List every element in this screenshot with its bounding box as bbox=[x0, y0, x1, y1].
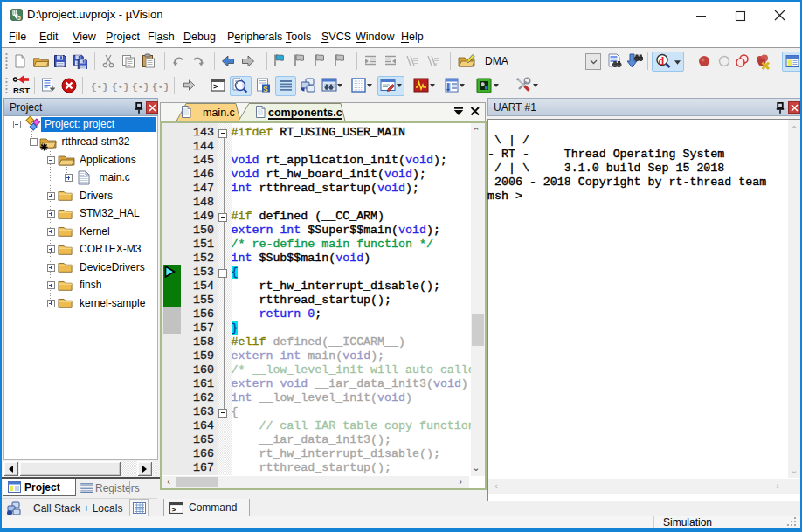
svg-text:RST: RST bbox=[13, 86, 30, 95]
svg-text:>: > bbox=[172, 506, 176, 514]
svg-text:main.c: main.c bbox=[203, 107, 235, 119]
svg-text:components.c: components.c bbox=[268, 107, 342, 119]
svg-text:x: x bbox=[434, 61, 438, 67]
svg-text:S: S bbox=[263, 85, 268, 93]
svg-text:d: d bbox=[658, 55, 664, 67]
svg-text:>: > bbox=[213, 83, 218, 92]
svg-text:5: 5 bbox=[17, 15, 21, 21]
